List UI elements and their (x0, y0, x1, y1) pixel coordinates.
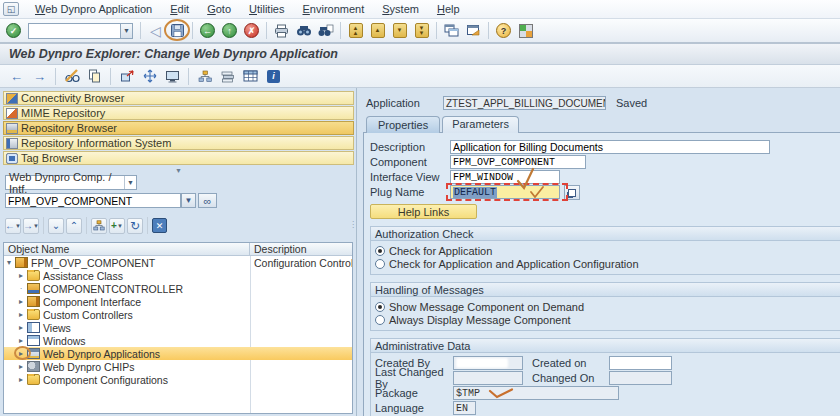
interface-view-input[interactable] (450, 170, 560, 184)
column-object-name[interactable]: Object Name (4, 243, 250, 255)
sidebar-item-mime-repository[interactable]: MIME Repository (3, 106, 354, 120)
splitter-grip[interactable]: ⋮ (349, 223, 357, 226)
save-button[interactable] (168, 21, 187, 40)
tree-row-component-configurations[interactable]: ▸Component Configurations (4, 373, 352, 386)
history-forward-icon[interactable]: →▼ (23, 218, 39, 234)
shortcut-icon[interactable] (464, 21, 483, 40)
command-field-wrap: ▼ (28, 23, 133, 39)
tree-row-custom-controllers[interactable]: ▸Custom Controllers (4, 308, 352, 321)
add-icon[interactable]: +▼ (109, 218, 125, 234)
plug-name-field[interactable]: DEFAULT (450, 185, 560, 199)
tag-browser-icon (6, 153, 18, 164)
collapse-subtree-icon[interactable]: ⌃ (66, 218, 82, 234)
radio-show-message-component-on-demand[interactable]: Show Message Component on Demand (375, 300, 840, 313)
hierarchy-icon[interactable] (91, 218, 107, 234)
command-input[interactable] (28, 23, 120, 39)
menu-edit[interactable]: Edit (162, 1, 197, 17)
last-page-icon[interactable]: ▼▼ (412, 21, 431, 40)
redacted-value (456, 358, 508, 368)
command-dropdown-icon[interactable]: ▼ (120, 23, 133, 39)
tree-row-web-dynpro-applications[interactable]: ▸Web Dynpro Applications (4, 347, 352, 360)
find-next-icon[interactable] (316, 21, 335, 40)
info-icon[interactable]: i (264, 67, 283, 86)
history-back-icon[interactable]: ←▼ (5, 218, 21, 234)
help-links-button[interactable]: Help Links (370, 204, 477, 219)
changed-on-field[interactable] (609, 371, 672, 385)
radio-check-for-application[interactable]: Check for Application (375, 244, 840, 257)
print-icon[interactable] (272, 21, 291, 40)
object-name-dropdown-icon[interactable]: ▼ (181, 193, 196, 208)
table-view-icon[interactable] (241, 67, 260, 86)
previous-page-icon[interactable]: ▲ (368, 21, 387, 40)
sidebar-item-repository-information-system[interactable]: Repository Information System (3, 136, 354, 150)
tree-row-web-dynpro-chips[interactable]: ▸Web Dynpro CHIPs (4, 360, 352, 373)
object-list-icon[interactable] (195, 67, 214, 86)
menu-utilities[interactable]: Utilities (241, 1, 292, 17)
system-menu-icon[interactable]: ◱ (3, 2, 19, 16)
cancel-icon[interactable]: ✗ (242, 21, 261, 40)
language-field[interactable]: EN (453, 401, 476, 415)
package-field[interactable]: $TMP (453, 386, 619, 400)
tree-row-views[interactable]: ▸Views (4, 321, 352, 334)
tab-properties[interactable]: Properties (366, 116, 440, 133)
last-changed-by-field[interactable] (453, 371, 523, 385)
application-name-field[interactable]: ZTEST_APPL_BILLING_DOCUMENT (443, 96, 606, 110)
copy-icon[interactable] (85, 67, 104, 86)
display-object-icon[interactable]: ∞ (198, 193, 217, 208)
chips-icon (27, 361, 40, 372)
object-name-input[interactable] (5, 193, 181, 208)
test-icon[interactable] (163, 67, 182, 86)
expand-subtree-icon[interactable]: ⌄ (48, 218, 64, 234)
navigate-back-icon[interactable]: ← (7, 67, 26, 86)
menu-goto[interactable]: Goto (199, 1, 239, 17)
menu-system[interactable]: System (374, 1, 427, 17)
changed-row: Last Changed By Changed On (375, 371, 840, 385)
tree-row-component-interface[interactable]: ▸Component Interface (4, 295, 352, 308)
tree-row-componentcontroller[interactable]: ·COMPONENTCONTROLLER (4, 282, 352, 295)
folder-icon (27, 374, 40, 385)
navigation-icon[interactable] (140, 67, 159, 86)
tree-row-windows[interactable]: ▸Windows (4, 334, 352, 347)
print-list-icon[interactable] (218, 67, 237, 86)
customize-layout-icon[interactable] (516, 21, 535, 40)
sidebar-item-repository-browser[interactable]: Repository Browser (3, 121, 354, 135)
refresh-icon[interactable]: ↻ (127, 218, 143, 234)
created-on-field[interactable] (609, 356, 672, 370)
tree-row-root[interactable]: ▾FPM_OVP_COMPONENT Configuration Control… (4, 256, 352, 269)
windows-icon (27, 335, 40, 346)
create-session-icon[interactable] (442, 21, 461, 40)
menu-web-dynpro-application[interactable]: Web Dynpro Application (27, 1, 160, 17)
back-icon[interactable]: ◁ (146, 21, 165, 40)
tab-parameters[interactable]: Parameters (442, 116, 519, 133)
radio-selected-icon (375, 246, 385, 256)
component-interface-icon (27, 296, 40, 307)
enter-icon[interactable]: ✓ (4, 21, 23, 40)
radio-selected-icon (375, 302, 385, 312)
where-used-icon[interactable] (117, 67, 136, 86)
created-by-field[interactable] (453, 356, 523, 370)
back-circle-icon[interactable]: ← (198, 21, 217, 40)
close-icon[interactable]: ✕ (152, 218, 167, 233)
menu-help[interactable]: Help (429, 1, 468, 17)
column-description[interactable]: Description (250, 243, 352, 255)
radio-check-for-application-and-configuration[interactable]: Check for Application and Application Co… (375, 257, 840, 270)
exit-icon[interactable]: ↑ (220, 21, 239, 40)
find-icon[interactable] (294, 21, 313, 40)
radio-always-display-message-component[interactable]: Always Display Message Component (375, 313, 840, 326)
help-icon[interactable]: ? (494, 21, 513, 40)
navigate-forward-icon[interactable]: → (30, 67, 49, 86)
tree-row-assistance-class[interactable]: ▸Assistance Class (4, 269, 352, 282)
language-label: Language (375, 402, 453, 414)
plug-name-label: Plug Name (370, 185, 450, 198)
sidebar-item-tag-browser[interactable]: Tag Browser (3, 151, 354, 165)
multiple-values-icon[interactable] (564, 185, 580, 200)
description-input[interactable] (450, 140, 770, 154)
next-page-icon[interactable]: ▼ (390, 21, 409, 40)
display-change-icon[interactable] (62, 67, 81, 86)
object-type-select[interactable]: Web Dynpro Comp. / Intf. ▼ (5, 175, 137, 190)
menu-environment[interactable]: Environment (295, 1, 373, 17)
sidebar-item-connectivity-browser[interactable]: Connectivity Browser (3, 91, 354, 105)
object-name-row: ▼ ∞ (5, 193, 354, 208)
radio-label: Check for Application (389, 245, 492, 257)
first-page-icon[interactable]: ▲▲ (346, 21, 365, 40)
